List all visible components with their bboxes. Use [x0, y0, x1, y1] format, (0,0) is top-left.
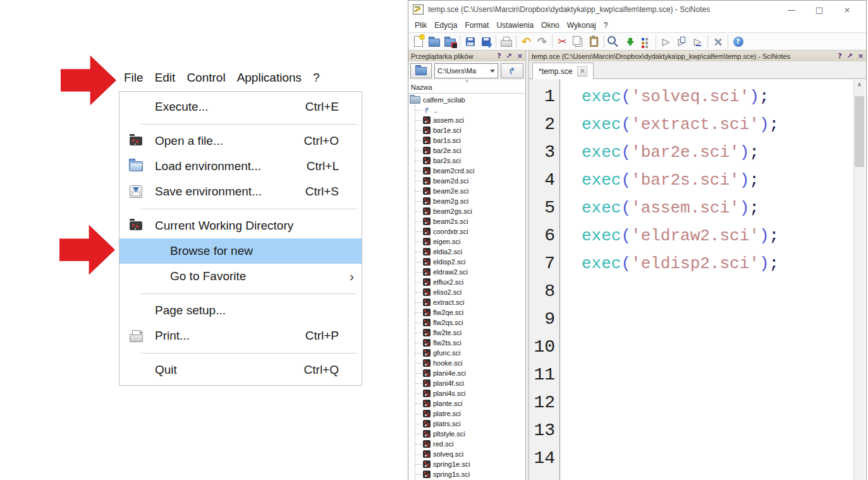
menubar-item-edycja[interactable]: Edycja [431, 20, 461, 31]
menubar-item-format[interactable]: Format [461, 20, 492, 31]
file-item-gfunc-sci[interactable]: gfunc.sci [415, 348, 525, 358]
preferences-button[interactable] [710, 34, 726, 49]
file-item-bar1s-sci[interactable]: bar1s.sci [415, 135, 525, 145]
code-line[interactable]: exec('bar2e.sci'); [582, 138, 851, 166]
parent-directory-item[interactable]: ↱.. [415, 105, 525, 115]
undo-button[interactable] [518, 34, 534, 49]
menu-item-browse-for-new[interactable]: Browse for new [119, 238, 362, 264]
file-item-pltstyle-sci[interactable]: pltstyle.sci [415, 429, 525, 439]
tab-temp-sce[interactable]: *temp.sce ✕ [532, 63, 594, 79]
file-item-assem-sci[interactable]: assem.sci [415, 115, 525, 125]
panel-undock-button[interactable]: ↗ [847, 52, 853, 59]
file-item-beam2gs-sci[interactable]: beam2gs.sci [415, 206, 525, 216]
file-item-bar2e-sci[interactable]: bar2e.sci [415, 145, 525, 156]
file-item-spring1s-sci[interactable]: spring1s.sci [415, 469, 525, 479]
file-item-bar2s-sci[interactable]: bar2s.sci [415, 156, 525, 166]
menu-item-load-environment[interactable]: Load environment...Ctrl+L [119, 154, 362, 179]
menu-item-page-setup[interactable]: Page setup... [119, 298, 362, 323]
choose-directory-button[interactable] [410, 63, 432, 78]
code-line[interactable]: exec('bar2s.sci'); [582, 166, 851, 194]
menubar-item-ustawienia[interactable]: Ustawienia [492, 20, 537, 31]
print-button[interactable] [498, 34, 514, 49]
file-item-beam2g-sci[interactable]: beam2g.sci [415, 196, 525, 206]
overlay-menubar-item-file[interactable]: File [124, 71, 144, 85]
panel-help-button[interactable]: ? [497, 52, 501, 59]
code-line[interactable] [582, 361, 851, 389]
file-item-eliso2-sci[interactable]: eliso2.sci [415, 287, 525, 297]
overlay-menubar-item-edit[interactable]: Edit [155, 71, 176, 85]
code-line[interactable] [582, 389, 851, 417]
file-item-red-sci[interactable]: red.sci [415, 439, 525, 449]
redo-button[interactable] [534, 34, 550, 49]
cut-button[interactable] [554, 34, 570, 49]
code-line[interactable]: exec('eldisp2.sci'); [582, 250, 851, 278]
code-line[interactable] [582, 445, 851, 472]
minimize-button[interactable]: — [778, 5, 805, 15]
menu-item-save-environment[interactable]: Save environment...Ctrl+S [119, 179, 362, 204]
folder-item-root[interactable]: calfem_scilab [410, 95, 525, 105]
paste-button[interactable] [586, 34, 602, 49]
execute-button[interactable] [658, 34, 674, 49]
file-item-plante-sci[interactable]: plante.sci [415, 398, 525, 409]
file-item-beam2d-sci[interactable]: beam2d.sci [415, 176, 525, 186]
panel-help-button[interactable]: ? [838, 52, 841, 59]
menubar-item-[interactable]: ? [600, 20, 612, 31]
file-item-eldia2-sci[interactable]: eldia2.sci [415, 247, 525, 257]
scroll-up-icon[interactable]: ∧ [854, 80, 865, 90]
close-button[interactable]: × [833, 5, 861, 15]
menu-item-execute[interactable]: Execute...Ctrl+E [119, 94, 362, 120]
file-item-beam2e-sci[interactable]: beam2e.sci [415, 186, 525, 196]
menubar-item-okno[interactable]: Okno [537, 20, 563, 31]
import-into-scilab-button[interactable] [622, 34, 638, 49]
code-line[interactable]: exec('assem.sci'); [582, 194, 851, 222]
file-item-eldisp2-sci[interactable]: eldisp2.sci [415, 257, 525, 267]
file-item-eldraw2-sci[interactable]: eldraw2.sci [415, 267, 525, 277]
file-item-coordxtr-sci[interactable]: coordxtr.sci [415, 226, 525, 237]
menu-item-open-a-file[interactable]: Open a file...Ctrl+O [119, 128, 362, 154]
file-item-flw2qe-sci[interactable]: flw2qe.sci [415, 307, 525, 317]
file-item-flw2te-sci[interactable]: flw2te.sci [415, 328, 525, 338]
file-item-beam2crd-sci[interactable]: beam2crd.sci [415, 166, 525, 176]
panel-undock-button[interactable]: ↗ [506, 52, 512, 59]
file-item-bar1e-sci[interactable]: bar1e.sci [415, 125, 525, 135]
file-item-solveq-sci[interactable]: solveq.sci [415, 449, 525, 459]
panel-close-button[interactable]: × [517, 52, 523, 59]
code-line[interactable] [582, 417, 851, 445]
overlay-menubar-item-applications[interactable]: Applications [237, 71, 302, 85]
file-item-plani4s-sci[interactable]: plani4s.sci [415, 388, 525, 398]
menubar-item-plik[interactable]: Plik [411, 20, 431, 31]
menu-item-quit[interactable]: QuitCtrl+Q [119, 357, 362, 383]
file-item-hooke-sci[interactable]: hooke.sci [415, 358, 525, 368]
file-item-plani4e-sci[interactable]: plani4e.sci [415, 368, 525, 378]
find-replace-button[interactable] [606, 34, 622, 49]
code-lines[interactable]: exec('solveq.sci');exec('extract.sci');e… [560, 79, 866, 480]
menu-item-current-working-directory[interactable]: Current Working Directory [119, 213, 362, 238]
execute-file-button[interactable] [690, 34, 706, 49]
file-item-eigen-sci[interactable]: eigen.sci [415, 237, 525, 247]
menu-item-print[interactable]: Print...Ctrl+P [119, 323, 362, 348]
overlay-menubar-item-[interactable]: ? [313, 71, 320, 85]
copy-button[interactable] [570, 34, 586, 49]
scrollbar-thumb[interactable] [855, 96, 864, 167]
code-line[interactable] [582, 333, 851, 361]
code-line[interactable] [582, 305, 851, 333]
code-navigator-button[interactable] [638, 34, 654, 49]
file-item-spring1e-sci[interactable]: spring1e.sci [415, 459, 525, 469]
open-scilab-file-button[interactable] [442, 34, 458, 49]
code-line[interactable]: exec('eldraw2.sci'); [582, 222, 851, 250]
help-button[interactable] [730, 34, 746, 49]
path-combobox[interactable]: C:\Users\Ma [434, 63, 498, 78]
file-item-beam2s-sci[interactable]: beam2s.sci [415, 216, 525, 226]
file-item-flw2ts-sci[interactable]: flw2ts.sci [415, 338, 525, 348]
save-as-button[interactable] [478, 34, 494, 49]
maximize-button[interactable]: □ [805, 5, 833, 15]
file-item-elflux2-sci[interactable]: elflux2.sci [415, 277, 525, 287]
execute-with-echo-button[interactable] [674, 34, 690, 49]
overlay-menubar-item-control[interactable]: Control [186, 71, 225, 85]
parent-directory-button[interactable]: ↱ [501, 63, 523, 78]
file-item-platre-sci[interactable]: platre.sci [415, 409, 525, 419]
open-file-button[interactable] [426, 34, 442, 49]
menu-item-go-to-favorite[interactable]: Go to Favorite› [119, 264, 362, 289]
file-item-flw2qs-sci[interactable]: flw2qs.sci [415, 317, 525, 328]
save-button[interactable] [462, 34, 478, 49]
